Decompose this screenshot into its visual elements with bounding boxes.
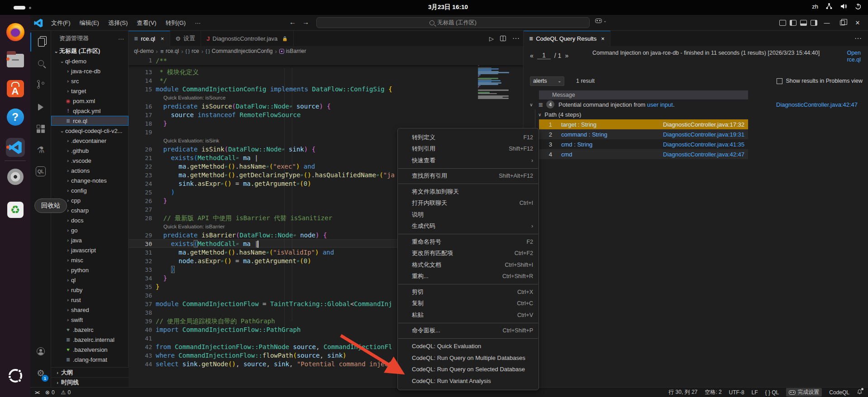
extensions-icon[interactable] — [30, 119, 51, 138]
step-location-link[interactable]: DiagnosticController.java:17:32 — [663, 121, 744, 128]
status-UTF-8[interactable]: UTF-8 — [729, 389, 744, 396]
menu-选择(S)[interactable]: 选择(S) — [104, 18, 132, 28]
tree-item-.devcontainer[interactable]: ›.devcontainer — [51, 136, 129, 146]
tree-item-change-notes[interactable]: ›change-notes — [51, 175, 129, 185]
dock-disc-icon[interactable] — [5, 166, 25, 187]
tree-item-ruby[interactable]: ›ruby — [51, 285, 129, 295]
toggle-secondary-sidebar-icon[interactable] — [811, 20, 817, 26]
context-menu-将文件添加到聊天[interactable]: 将文件添加到聊天 — [398, 186, 539, 198]
outline-section[interactable]: › 大纲 — [51, 367, 129, 377]
path-step-1[interactable]: 1target : StringDiagnosticController.jav… — [539, 119, 748, 129]
search-sidebar-icon[interactable] — [30, 53, 51, 72]
dock-vscode-icon[interactable] — [5, 137, 25, 157]
context-menu-转到定义[interactable]: 转到定义F12 — [398, 132, 539, 143]
tree-item-.vscode[interactable]: ›.vscode — [51, 156, 129, 165]
tree-item-target[interactable]: ›target — [51, 86, 129, 96]
tree-item-pom.xml[interactable]: ◉pom.xml — [51, 96, 129, 106]
pager-next-icon[interactable]: » — [565, 52, 568, 59]
tree-item-src[interactable]: ›src — [51, 76, 129, 86]
breadcrumb-rce.ql[interactable]: ≣rce.ql — [160, 48, 179, 54]
status-行 30, 列 27[interactable]: 行 30, 列 27 — [668, 388, 697, 396]
tree-item-docs[interactable]: ›docs — [51, 215, 129, 225]
pager-page-input[interactable]: 1 — [537, 52, 551, 59]
toggle-sidebar-icon[interactable] — [790, 20, 796, 26]
minimize-button[interactable]: — — [821, 17, 833, 29]
run-query-icon[interactable]: ▷ — [489, 35, 494, 42]
context-menu-说明[interactable]: 说明 — [398, 209, 539, 221]
editor-more-icon[interactable]: ··· — [512, 34, 520, 43]
dock-firefox-icon[interactable] — [5, 22, 25, 42]
tree-item-misc[interactable]: ›misc — [51, 255, 129, 265]
context-menu-快速查看[interactable]: 快速查看› — [398, 155, 539, 166]
tree-item-rust[interactable]: ›rust — [51, 295, 129, 305]
tree-item-无标题 (工作区)[interactable]: ⌄无标题 (工作区) — [51, 46, 129, 56]
menu-查看(V)[interactable]: 查看(V) — [132, 18, 161, 28]
split-editor-icon[interactable] — [500, 36, 506, 41]
path-row[interactable]: ∨ Path (4 steps) — [538, 109, 581, 119]
context-menu-CodeQL: Run Query on Multiple Databases[interactable]: CodeQL: Run Query on Multiple Databases — [398, 352, 539, 364]
code-line-18[interactable]: 18 } — [129, 119, 523, 128]
path-step-4[interactable]: 4cmdDiagnosticController.java:42:47 — [539, 149, 748, 159]
step-location-link[interactable]: DiagnosticController.java:42:47 — [663, 151, 744, 158]
tree-item-ql[interactable]: ›ql — [51, 275, 129, 285]
run-debug-icon[interactable] — [30, 98, 51, 117]
tree-item-ql-demo[interactable]: ⌄ql-demo — [51, 56, 129, 66]
close-button[interactable]: ✕ — [852, 17, 863, 29]
customize-layout-icon[interactable] — [779, 20, 786, 26]
context-menu-粘贴[interactable]: 粘贴Ctrl+V — [398, 309, 539, 321]
breadcrumb-rce[interactable]: { }rce — [186, 48, 199, 54]
problems-view-toggle[interactable]: Show results in Problems view — [777, 78, 863, 84]
status-bell[interactable] — [857, 389, 863, 396]
tree-item-.bazelversion[interactable]: ♥.bazelversion — [51, 345, 129, 354]
status-{ } QL[interactable]: { } QL — [765, 389, 779, 396]
tree-item-go[interactable]: ›go — [51, 225, 129, 235]
menu-文件(F)[interactable]: 文件(F) — [47, 18, 75, 28]
view-mode-select[interactable]: alerts ⌄ — [530, 76, 564, 86]
step-location-link[interactable]: DiagnosticController.java:19:31 — [663, 131, 744, 138]
testing-icon[interactable]: ⚗ — [30, 140, 51, 159]
status-LF[interactable]: LF — [752, 389, 758, 396]
dock-ubuntu-logo-icon[interactable] — [5, 365, 25, 386]
context-menu-转到引用[interactable]: 转到引用Shift+F12 — [398, 143, 539, 155]
context-menu-生成代码[interactable]: 生成代码› — [398, 221, 539, 232]
tab-设置[interactable]: ⚙设置 — [170, 31, 201, 46]
context-menu-打开内联聊天[interactable]: 打开内联聊天Ctrl+I — [398, 198, 539, 209]
pager-prev-icon[interactable]: « — [530, 52, 534, 59]
tree-item-qlpack.yml[interactable]: !qlpack.yml — [51, 106, 129, 116]
tree-item-java-rce-db[interactable]: ›java-rce-db — [51, 66, 129, 76]
tree-item-java[interactable]: ›java — [51, 235, 129, 245]
settings-gear-icon[interactable]: ⚙1 — [30, 364, 51, 383]
sticky-scroll-line[interactable]: 1/** — [129, 56, 523, 65]
status-完成设置[interactable]: 完成设置 — [786, 388, 822, 397]
tree-item-actions[interactable]: ›actions — [51, 165, 129, 175]
open-query-link[interactable]: Open rce.ql — [834, 50, 861, 63]
code-line-17[interactable]: 17 source instanceof RemoteFlowSource — [129, 111, 523, 119]
context-menu-CodeQL: Run Query on Selected Database[interactable]: CodeQL: Run Query on Selected Database — [398, 364, 539, 375]
breadcrumb[interactable]: ql-demo›≣rce.ql›{ }rce›{ }CommandInjecti… — [134, 46, 306, 56]
code-line-13[interactable]: 13 * 模块化定义 — [129, 68, 523, 76]
tree-item-python[interactable]: ›python — [51, 265, 129, 275]
tree-item-.github[interactable]: ›.github — [51, 146, 129, 156]
tree-item-swift[interactable]: ›swift — [51, 315, 129, 325]
alert-row[interactable]: ∨ ≣ 4 Potential command injection from u… — [527, 99, 866, 109]
tab-close-icon[interactable]: × — [601, 35, 605, 42]
dock-app-store-icon[interactable]: A — [5, 78, 25, 99]
nav-back-icon[interactable]: ← — [289, 18, 296, 26]
context-menu-剪切[interactable]: 剪切Ctrl+X — [398, 286, 539, 298]
context-menu-命令面板...[interactable]: 命令面板...Ctrl+Shift+P — [398, 325, 539, 337]
user-input-link[interactable]: user input — [647, 101, 673, 108]
tree-item-.bazelrc.internal[interactable]: ≣.bazelrc.internal — [51, 335, 129, 345]
tree-item-.clang-format[interactable]: ≣.clang-format — [51, 354, 129, 364]
menu-转到(G)[interactable]: 转到(G) — [161, 18, 191, 28]
system-tray[interactable]: zh — [812, 3, 862, 10]
tab-codeql-query-results[interactable]: ≣ CodeQL Query Results × — [524, 31, 610, 46]
status-空格: 2[interactable]: 空格: 2 — [705, 388, 721, 396]
dock-files-icon[interactable] — [5, 49, 25, 69]
status-remote[interactable]: >< — [35, 390, 39, 395]
results-more-icon[interactable]: ··· — [854, 34, 862, 43]
input-language-indicator[interactable]: zh — [812, 3, 818, 10]
dock-recycle-bin-icon[interactable]: ♻ — [5, 199, 25, 220]
code-line-15[interactable]: 15module CommandInjectionConfig implemen… — [129, 85, 523, 94]
status-warnings[interactable]: ⚠0 — [61, 389, 71, 396]
source-control-icon[interactable] — [30, 75, 51, 94]
